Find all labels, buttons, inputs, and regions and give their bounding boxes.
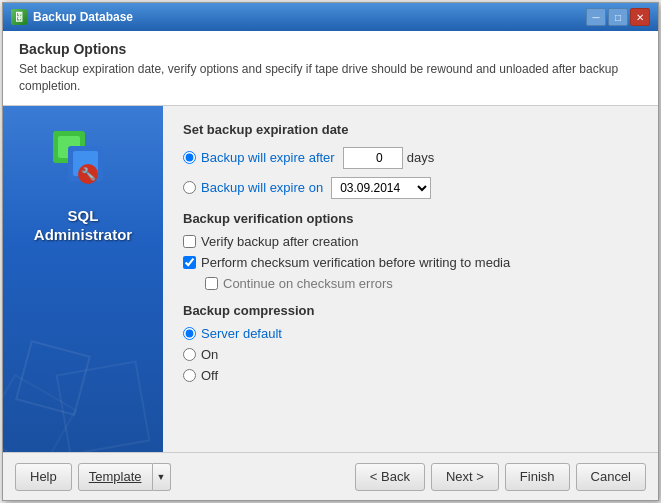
expire-on-radio[interactable]	[183, 181, 196, 194]
expire-on-label[interactable]: Backup will expire on	[183, 180, 323, 195]
compression-off-label[interactable]: Off	[183, 368, 218, 383]
expire-days-input[interactable]	[343, 147, 403, 169]
svg-text:🔧: 🔧	[81, 166, 96, 181]
next-button[interactable]: Next >	[431, 463, 499, 491]
sidebar-decoration	[3, 244, 163, 452]
compression-on-radio[interactable]	[183, 348, 196, 361]
compression-off-row: Off	[183, 368, 638, 383]
sidebar: 🔧 SQL Administrator	[3, 106, 163, 452]
window-controls: ─ □ ✕	[586, 8, 650, 26]
svg-rect-0	[16, 341, 89, 414]
maximize-button[interactable]: □	[608, 8, 628, 26]
help-button[interactable]: Help	[15, 463, 72, 491]
minimize-button[interactable]: ─	[586, 8, 606, 26]
app-icon: 🗄	[11, 9, 27, 25]
template-group: Template ▼	[78, 463, 171, 491]
window-title: Backup Database	[33, 10, 586, 24]
template-button[interactable]: Template	[78, 463, 153, 491]
compression-server-default-row: Server default	[183, 326, 638, 341]
continue-label[interactable]: Continue on checksum errors	[205, 276, 393, 291]
expiration-section-title: Set backup expiration date	[183, 122, 638, 137]
title-bar: 🗄 Backup Database ─ □ ✕	[3, 3, 658, 31]
cancel-button[interactable]: Cancel	[576, 463, 646, 491]
verify-label[interactable]: Verify backup after creation	[183, 234, 359, 249]
continue-checkbox[interactable]	[205, 277, 218, 290]
compression-on-row: On	[183, 347, 638, 362]
expire-date-select[interactable]: 03.09.2014	[331, 177, 431, 199]
svg-rect-2	[3, 375, 76, 452]
checksum-checkbox[interactable]	[183, 256, 196, 269]
main-window: 🗄 Backup Database ─ □ ✕ Backup Options S…	[2, 2, 659, 501]
days-label: days	[407, 150, 434, 165]
app-logo: 🔧	[48, 126, 118, 196]
content-area: Set backup expiration date Backup will e…	[163, 106, 658, 452]
expire-on-row: Backup will expire on 03.09.2014	[183, 177, 638, 199]
compression-section-title: Backup compression	[183, 303, 638, 318]
header-title: Backup Options	[19, 41, 642, 57]
close-button[interactable]: ✕	[630, 8, 650, 26]
sidebar-label: SQL Administrator	[34, 206, 132, 245]
compression-server-default-label[interactable]: Server default	[183, 326, 282, 341]
finish-button[interactable]: Finish	[505, 463, 570, 491]
checksum-checkbox-row: Perform checksum verification before wri…	[183, 255, 638, 270]
header-description: Set backup expiration date, verify optio…	[19, 61, 642, 95]
expire-after-radio[interactable]	[183, 151, 196, 164]
expire-after-label[interactable]: Backup will expire after	[183, 150, 335, 165]
compression-on-label[interactable]: On	[183, 347, 218, 362]
footer: Help Template ▼ < Back Next > Finish Can…	[3, 452, 658, 500]
continue-checkbox-row: Continue on checksum errors	[205, 276, 638, 291]
template-dropdown-button[interactable]: ▼	[153, 463, 171, 491]
verify-checkbox-row: Verify backup after creation	[183, 234, 638, 249]
verification-section-title: Backup verification options	[183, 211, 638, 226]
main-content: 🔧 SQL Administrator Set backup expiratio…	[3, 106, 658, 452]
compression-off-radio[interactable]	[183, 369, 196, 382]
compression-server-default-radio[interactable]	[183, 327, 196, 340]
verify-checkbox[interactable]	[183, 235, 196, 248]
expire-after-row: Backup will expire after days	[183, 147, 638, 169]
back-button[interactable]: < Back	[355, 463, 425, 491]
checksum-label[interactable]: Perform checksum verification before wri…	[183, 255, 510, 270]
header-section: Backup Options Set backup expiration dat…	[3, 31, 658, 106]
